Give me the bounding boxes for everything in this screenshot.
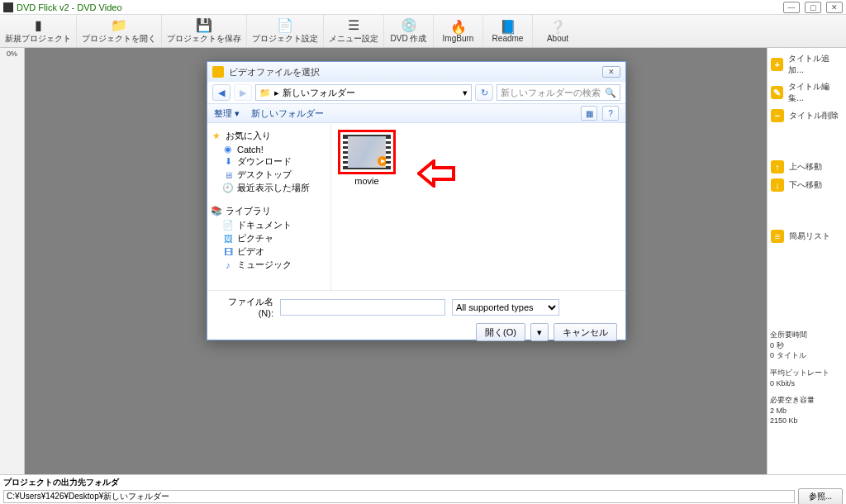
tb-about[interactable]: ❔About [533,15,582,47]
tb-open-project[interactable]: 📁プロジェクトを開く [77,15,162,47]
view-button[interactable]: ▦ [581,106,597,121]
tb-label: プロジェクト設定 [252,33,318,45]
tb-imgburn[interactable]: 🔥ImgBurn [434,15,483,47]
file-list[interactable]: ▶ movie [331,123,625,290]
output-label: プロジェクトの出力先フォルダ [3,477,843,488]
tb-save-project[interactable]: 💾プロジェクトを保存 [162,15,247,47]
delete-title-button[interactable]: −タイトル削除 [771,109,843,122]
favorites-header[interactable]: ★お気に入り [211,130,327,142]
tree-item-catch[interactable]: ◉Catch! [222,144,327,155]
readme-icon: 📘 [500,19,516,34]
search-icon: 🔍 [605,88,616,98]
dialog-nav: ◀ ▶ 📁 ▸ 新しいフォルダー ▾ ↻ 新しいフォルダーの検索 🔍 [207,82,625,103]
tree-item-music[interactable]: ♪ミュージック [222,259,327,271]
output-path-input[interactable] [3,490,795,503]
bitrate-label: 平均ビットレート [770,368,843,378]
stats-panel: 全所要時間 0 秒 0 タイトル 平均ビットレート 0 Kbit/s 必要空き容… [770,330,843,433]
desktop-icon: 🖥 [222,170,234,180]
space-label: 必要空き容量 [770,395,843,406]
edit-icon: ✎ [771,86,783,99]
tb-dvd-create[interactable]: 💿DVD 作成 [384,15,434,47]
output-bar: プロジェクトの出力先フォルダ 参照... [0,474,846,504]
imgburn-icon: 🔥 [450,19,467,34]
save-icon: 💾 [196,18,212,33]
filename-label: ファイル名(N): [216,296,273,318]
right-panel: +タイトル追加... ✎タイトル編集... −タイトル削除 ↑上へ移動 ↓下へ移… [767,48,846,474]
cancel-button[interactable]: キャンセル [554,323,617,341]
space-mb: 2 Mb [770,406,843,416]
dvd-icon: 💿 [401,18,417,33]
refresh-button[interactable]: ↻ [475,84,493,101]
recent-icon: 🕘 [222,183,234,193]
dialog-close-button[interactable]: ✕ [602,66,620,78]
back-button[interactable]: ◀ [212,84,231,101]
menu-icon: ☰ [345,18,362,33]
annotation-arrow [417,159,455,188]
tree-item-pictures[interactable]: 🖼ピクチャ [222,232,327,245]
star-icon: ★ [211,131,222,141]
tree-item-recent[interactable]: 🕘最近表示した場所 [222,182,327,194]
dialog-bottom: ファイル名(N): All supported types 開く(O) ▾ キャ… [207,290,625,340]
window-title: DVD Flick v2 - DVD Video [17,2,783,12]
rp-label: タイトル編集... [788,81,843,104]
dialog-toolbar: 整理 ▾ 新しいフォルダー ▦ ? [207,103,625,123]
search-box[interactable]: 新しいフォルダーの検索 🔍 [497,84,620,101]
tb-label: ImgBurn [443,34,474,43]
filename-input[interactable] [280,299,445,316]
video-icon: 🎞 [222,247,234,257]
progress-gutter: 0% [0,48,25,474]
minimize-button[interactable]: — [783,2,800,13]
close-button[interactable]: ✕ [826,2,843,13]
tb-readme[interactable]: 📘Readme [483,15,533,47]
organize-menu[interactable]: 整理 ▾ [214,107,240,120]
maximize-button[interactable]: ▢ [805,2,821,13]
folder-icon: 📁 [259,88,271,98]
tb-menu-settings[interactable]: ☰メニュー設定 [324,15,384,47]
simple-list-button[interactable]: ≡簡易リスト [771,230,843,243]
browse-button[interactable]: 参照... [798,488,843,504]
search-placeholder: 新しいフォルダーの検索 [501,87,601,99]
library-icon: 📚 [211,206,222,216]
rp-label: タイトル追加... [788,53,843,76]
tree-item-videos[interactable]: 🎞ビデオ [222,245,327,258]
plus-icon: + [771,58,783,71]
bitrate-value: 0 Kbit/s [770,378,843,389]
rp-label: 下へ移動 [789,179,822,191]
help-button[interactable]: ? [602,106,619,121]
main-toolbar: ▮新規プロジェクト 📁プロジェクトを開く 💾プロジェクトを保存 📄プロジェクト設… [0,15,846,48]
rp-label: 上へ移動 [789,161,822,173]
open-button[interactable]: 開く(O) [476,323,525,341]
tree-item-documents[interactable]: 📄ドキュメント [222,219,327,231]
tree-item-downloads[interactable]: ⬇ダウンロード [222,155,327,168]
about-icon: ❔ [549,19,566,34]
move-up-button[interactable]: ↑上へ移動 [771,160,843,174]
picture-icon: 🖼 [222,234,234,244]
download-icon: ⬇ [222,156,234,167]
open-icon: 📁 [111,18,127,33]
tb-new-project[interactable]: ▮新規プロジェクト [0,15,77,47]
file-item-movie[interactable]: ▶ movie [338,130,396,186]
runtime-sec: 0 秒 [770,340,843,351]
edit-title-button[interactable]: ✎タイトル編集... [771,81,843,104]
tree-item-desktop[interactable]: 🖥デスクトップ [222,169,327,181]
app-icon [3,2,13,12]
filetype-select[interactable]: All supported types [452,299,559,316]
tb-project-settings[interactable]: 📄プロジェクト設定 [247,15,324,47]
move-down-button[interactable]: ↓下へ移動 [771,178,843,192]
music-icon: ♪ [222,260,234,270]
address-bar[interactable]: 📁 ▸ 新しいフォルダー ▾ [255,84,472,101]
open-dropdown-button[interactable]: ▾ [530,323,549,341]
rp-label: 簡易リスト [789,231,830,242]
add-title-button[interactable]: +タイトル追加... [771,53,843,76]
library-header[interactable]: 📚ライブラリ [211,205,327,217]
dialog-title-bar: ビデオファイルを選択 ✕ [207,62,625,82]
tb-label: DVD 作成 [391,33,427,45]
path-segment: 新しいフォルダー [283,87,355,99]
list-icon: ≡ [771,230,784,243]
forward-button[interactable]: ▶ [234,84,252,101]
tb-label: 新規プロジェクト [5,33,71,45]
new-folder-button[interactable]: 新しいフォルダー [251,107,324,120]
minus-icon: − [771,109,784,122]
space-kb: 2150 Kb [770,416,843,426]
file-name: movie [338,176,396,186]
